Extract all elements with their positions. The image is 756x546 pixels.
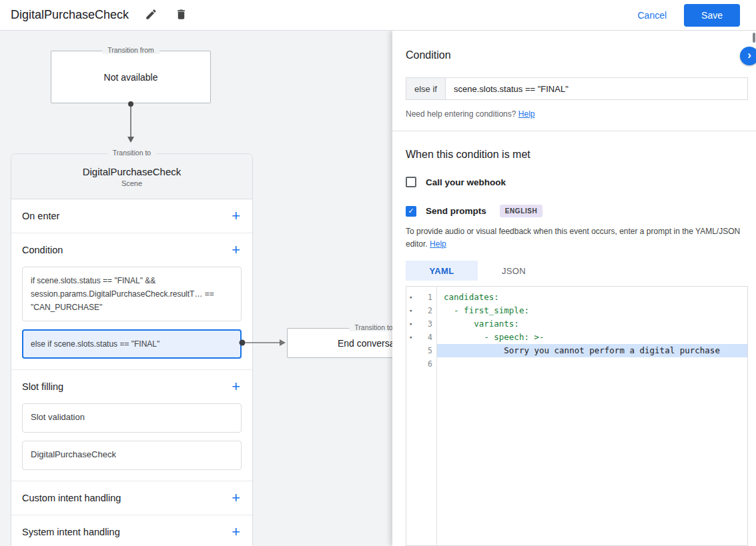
slot-validation-card[interactable]: Slot validation [22, 403, 242, 433]
gutter-row: ▾2 [406, 304, 436, 317]
custom-intent-section: Custom intent handling + [11, 481, 252, 515]
scene-name: DigitalPurchaseCheck [83, 166, 181, 177]
send-prompts-row: ✓ Send prompts ENGLISH [406, 205, 743, 217]
editor-code-area[interactable]: candidates: - first_simple: variants: - … [437, 287, 747, 545]
condition-cards: if scene.slots.status == "FINAL" && sess… [11, 267, 252, 369]
tab-json[interactable]: JSON [478, 261, 550, 281]
page-title: DigitalPurchaseCheck [11, 8, 129, 22]
condition-help-text: Need help entering conditions? [406, 109, 516, 119]
custom-intent-row: Custom intent handling + [11, 481, 252, 515]
cancel-button[interactable]: Cancel [637, 10, 667, 21]
line-number: 1 [428, 293, 432, 302]
code-line: - speech: >- [437, 331, 747, 344]
on-enter-section: On enter + [11, 199, 252, 233]
add-on-enter-button[interactable]: + [230, 209, 242, 223]
condition-help-link[interactable]: Help [518, 109, 535, 119]
add-condition-button[interactable]: + [230, 243, 242, 257]
line-number: 2 [428, 306, 432, 315]
scrollbar-thumb[interactable] [753, 33, 755, 43]
gutter-row: ▾1 [406, 291, 436, 304]
system-intent-label: System intent handling [22, 527, 120, 537]
code-line-highlighted: Sorry you cannot perform a digital purch… [437, 344, 747, 357]
scene-card: Transition to DigitalPurchaseCheck Scene… [11, 153, 253, 546]
add-icon: + [232, 207, 240, 224]
fold-icon[interactable]: ▾ [409, 321, 416, 327]
webhook-checkbox[interactable] [406, 177, 416, 187]
tab-yaml[interactable]: YAML [406, 261, 478, 281]
system-intent-section: System intent handling + [11, 515, 252, 546]
add-icon: + [232, 378, 240, 395]
prompt-hint: To provide audio or visual feedback when… [406, 225, 743, 250]
panel-condition-section: Condition else if Need help entering con… [392, 31, 756, 131]
scene-card-header[interactable]: DigitalPurchaseCheck Scene [11, 154, 252, 199]
add-system-intent-button[interactable]: + [230, 525, 242, 539]
gutter-row: 6 [406, 357, 436, 371]
check-icon: ✓ [408, 207, 414, 215]
on-enter-label: On enter [22, 211, 59, 221]
code-line: - first_simple: [437, 304, 747, 317]
language-badge: ENGLISH [500, 205, 543, 217]
chevron-right-icon: › [747, 49, 751, 62]
line-number: 3 [428, 319, 432, 329]
transition-from-badge: Transition from [102, 46, 159, 54]
editor-gutter: ▾1 ▾2 ▾3 ▾4 5 6 [406, 287, 437, 545]
prompt-hint-text: To provide audio or visual feedback when… [406, 227, 740, 249]
add-custom-intent-button[interactable]: + [230, 491, 242, 505]
collapse-panel-button[interactable]: › [740, 47, 756, 65]
scene-type: Scene [121, 179, 142, 187]
code-line: candidates: [437, 291, 747, 304]
send-prompts-checkbox[interactable]: ✓ [406, 206, 416, 217]
fold-icon[interactable]: ▾ [409, 294, 416, 301]
gutter-row: ▾3 [406, 317, 436, 331]
condition-met-section: When this condition is met Call your web… [392, 131, 756, 546]
yaml-editor[interactable]: ▾1 ▾2 ▾3 ▾4 5 6 candidates: - first_simp… [406, 286, 748, 546]
custom-intent-label: Custom intent handling [22, 493, 121, 503]
slot-filling-label: Slot filling [22, 381, 63, 392]
end-node-badge: Transition to [349, 323, 398, 331]
add-icon: + [232, 523, 240, 540]
topbar: DigitalPurchaseCheck Cancel Save [0, 0, 756, 31]
condition-section: Condition + if scene.slots.status == "FI… [11, 233, 252, 369]
add-icon: + [232, 489, 240, 506]
prompt-hint-help-link[interactable]: Help [430, 239, 446, 249]
condition-help-line: Need help entering conditions? Help [406, 109, 743, 131]
fold-icon[interactable]: ▾ [409, 334, 416, 341]
line-number: 5 [428, 346, 432, 355]
transition-from-node[interactable]: Transition from Not available [51, 51, 211, 103]
slot-filling-row: Slot filling + [11, 370, 252, 403]
delete-scene-button[interactable] [173, 7, 189, 24]
condition-card-if[interactable]: if scene.slots.status == "FINAL" && sess… [22, 267, 242, 321]
send-prompts-label: Send prompts [426, 206, 486, 216]
scene-editor-app: DigitalPurchaseCheck Cancel Save [0, 0, 756, 546]
code-line: variants: [437, 317, 747, 331]
system-intent-row: System intent handling + [11, 515, 252, 546]
gutter-row: 5 [406, 344, 436, 357]
add-icon: + [232, 241, 240, 258]
condition-input[interactable] [446, 78, 747, 99]
slot-filling-section: Slot filling + Slot validation DigitalPu… [11, 369, 252, 481]
condition-field: else if [406, 77, 748, 100]
condition-met-title: When this condition is met [406, 149, 743, 161]
slot-card[interactable]: DigitalPurchaseCheck [22, 441, 242, 470]
condition-label: Condition [22, 245, 63, 255]
slot-cards: Slot validation DigitalPurchaseCheck [11, 403, 252, 481]
line-number: 4 [428, 333, 432, 342]
save-button[interactable]: Save [684, 4, 740, 27]
condition-detail-panel: › Condition else if Need help entering c… [392, 31, 756, 546]
on-enter-row: On enter + [11, 199, 252, 233]
editor-tabs: YAML JSON [406, 261, 743, 281]
gutter-row: ▾4 [406, 331, 436, 344]
condition-prefix: else if [406, 78, 446, 99]
topbar-actions: Cancel Save [637, 4, 740, 27]
add-slot-button[interactable]: + [230, 379, 242, 394]
pencil-icon [145, 8, 157, 23]
fold-icon[interactable]: ▾ [409, 307, 416, 314]
transition-from-text: Not available [104, 72, 158, 83]
edit-title-button[interactable] [143, 7, 159, 24]
webhook-label: Call your webhook [426, 177, 506, 187]
condition-card-elseif-selected[interactable]: else if scene.slots.status == "FINAL" [22, 329, 242, 359]
line-number: 6 [428, 359, 432, 369]
webhook-row: Call your webhook [406, 177, 743, 187]
code-line [437, 357, 747, 371]
condition-row: Condition + [11, 233, 252, 267]
